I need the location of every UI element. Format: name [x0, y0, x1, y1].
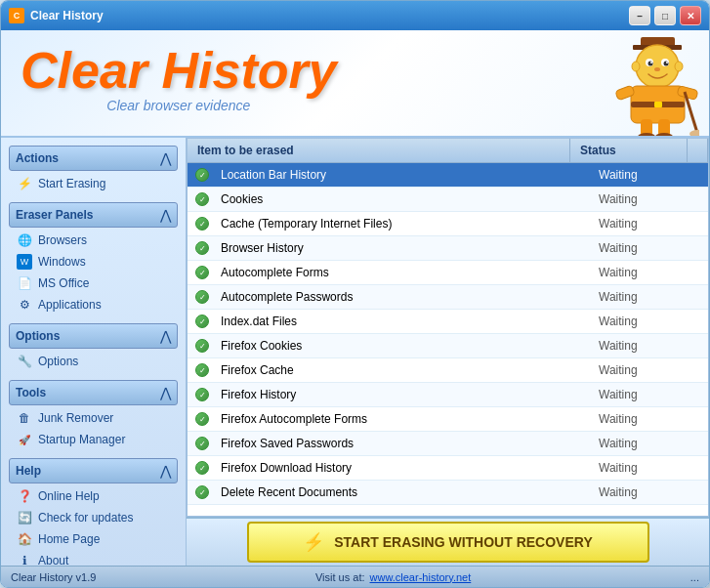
table-body: ✓ Location Bar History Waiting ✓ Cookies…: [188, 163, 708, 516]
start-erasing-icon: ⚡: [17, 176, 32, 191]
table-row[interactable]: ✓ Location Bar History Waiting: [188, 163, 708, 188]
sidebar-item-start-erasing-label: Start Erasing: [38, 177, 105, 190]
app-icon: C: [9, 8, 24, 23]
sidebar-item-ms-office[interactable]: 📄 MS Office: [9, 273, 178, 294]
check-circle-icon: ✓: [195, 363, 209, 377]
close-button[interactable]: ✕: [680, 6, 701, 25]
sidebar-section-actions-title: Actions: [16, 151, 59, 165]
row-checkbox[interactable]: ✓: [191, 286, 213, 308]
check-circle-icon: ✓: [195, 339, 209, 353]
row-item-name: Autocomplete Forms: [213, 263, 591, 282]
check-circle-icon: ✓: [195, 437, 209, 450]
sidebar-item-online-help[interactable]: ❓ Online Help: [9, 485, 178, 507]
row-checkbox[interactable]: ✓: [191, 433, 213, 454]
table-row[interactable]: ✓ Browser History Waiting: [188, 236, 708, 261]
table-row[interactable]: ✓ Autocomplete Forms Waiting: [188, 261, 708, 285]
sidebar-header-options[interactable]: Options ⋀: [9, 323, 178, 349]
row-item-name: Firefox Download History: [213, 458, 591, 478]
svg-point-2: [636, 45, 679, 88]
status-version: Clear History v1.9: [11, 571, 96, 583]
startup-manager-icon: 🚀: [17, 432, 32, 447]
sidebar-item-options[interactable]: 🔧 Options: [9, 351, 178, 372]
row-status: Waiting: [591, 360, 708, 380]
sidebar-header-tools[interactable]: Tools ⋀: [9, 380, 178, 405]
app-subtitle: Clear browser evidence: [21, 98, 337, 113]
row-item-name: Browser History: [213, 238, 591, 258]
mascot-svg: [611, 35, 699, 138]
sidebar-item-startup-manager[interactable]: 🚀 Startup Manager: [9, 429, 178, 450]
row-status: Waiting: [591, 336, 708, 356]
sidebar-item-about-label: About: [38, 554, 68, 566]
sidebar-item-windows[interactable]: W Windows: [9, 251, 178, 273]
row-status: Waiting: [591, 434, 708, 453]
sidebar-item-browsers-label: Browsers: [38, 233, 87, 247]
check-circle-icon: ✓: [195, 412, 209, 426]
table-row[interactable]: ✓ Autocomplete Passwords Waiting: [188, 285, 708, 310]
row-checkbox[interactable]: ✓: [191, 164, 213, 186]
svg-point-6: [664, 62, 669, 66]
svg-point-8: [666, 62, 668, 63]
row-status: Waiting: [591, 214, 708, 233]
row-status: Waiting: [591, 165, 708, 185]
row-status: Waiting: [591, 483, 708, 502]
table-row[interactable]: ✓ Cookies Waiting: [188, 188, 708, 212]
status-center: Visit us at: www.clear-history.net: [315, 571, 471, 583]
table-row[interactable]: ✓ Firefox Download History Waiting: [188, 456, 708, 481]
sidebar-item-applications[interactable]: ⚙ Applications: [9, 294, 178, 315]
row-status: Waiting: [591, 238, 708, 258]
sidebar-section-actions: Actions ⋀ ⚡ Start Erasing: [9, 146, 178, 194]
sidebar-item-check-updates[interactable]: 🔄 Check for updates: [9, 507, 178, 528]
table-row[interactable]: ✓ Firefox Autocomplete Forms Waiting: [188, 407, 708, 432]
sidebar-item-home-page-label: Home Page: [38, 532, 100, 546]
check-updates-icon: 🔄: [17, 510, 32, 525]
check-circle-icon: ✓: [195, 241, 209, 255]
row-status: Waiting: [591, 189, 708, 209]
collapse-icon-options: ⋀: [160, 328, 171, 344]
row-checkbox[interactable]: ✓: [191, 237, 213, 259]
about-icon: ℹ: [17, 553, 32, 566]
sidebar-header-eraser-panels[interactable]: Eraser Panels ⋀: [9, 202, 178, 228]
table-row[interactable]: ✓ Firefox Cookies Waiting: [188, 334, 708, 358]
start-erasing-without-recovery-button[interactable]: ⚡ START ERASING WITHOUT RECOVERY: [247, 522, 649, 563]
sidebar-item-home-page[interactable]: 🏠 Home Page: [9, 528, 178, 550]
browsers-icon: 🌐: [17, 232, 32, 248]
table-row[interactable]: ✓ Delete Recent Documents Waiting: [188, 481, 708, 505]
sidebar-item-startup-manager-label: Startup Manager: [38, 433, 125, 446]
sidebar-item-options-label: Options: [38, 355, 78, 368]
sidebar-item-about[interactable]: ℹ About: [9, 550, 178, 566]
row-checkbox[interactable]: ✓: [191, 213, 213, 234]
options-icon: 🔧: [17, 354, 32, 369]
row-checkbox[interactable]: ✓: [191, 262, 213, 283]
sidebar-item-check-updates-label: Check for updates: [38, 511, 133, 525]
svg-point-9: [654, 67, 660, 71]
row-checkbox[interactable]: ✓: [191, 482, 213, 503]
table-row[interactable]: ✓ Firefox Cache Waiting: [188, 358, 708, 383]
sidebar-item-browsers[interactable]: 🌐 Browsers: [9, 230, 178, 251]
check-circle-icon: ✓: [195, 315, 209, 328]
sidebar-item-junk-remover[interactable]: 🗑 Junk Remover: [9, 407, 178, 429]
check-circle-icon: ✓: [195, 192, 209, 206]
maximize-button[interactable]: □: [654, 6, 676, 25]
sidebar-header-actions[interactable]: Actions ⋀: [9, 146, 178, 171]
table-row[interactable]: ✓ Firefox Saved Passwords Waiting: [188, 432, 708, 456]
table-row[interactable]: ✓ Firefox History Waiting: [188, 383, 708, 407]
row-status: Waiting: [591, 458, 708, 478]
table-row[interactable]: ✓ Index.dat Files Waiting: [188, 310, 708, 334]
svg-point-19: [638, 133, 655, 138]
row-checkbox[interactable]: ✓: [191, 384, 213, 405]
row-checkbox[interactable]: ✓: [191, 359, 213, 381]
row-checkbox[interactable]: ✓: [191, 311, 213, 332]
table-header-spacer: [688, 139, 708, 162]
minimize-button[interactable]: –: [629, 6, 650, 25]
row-item-name: Firefox Cookies: [213, 336, 591, 356]
row-checkbox[interactable]: ✓: [191, 408, 213, 430]
row-checkbox[interactable]: ✓: [191, 457, 213, 479]
website-link[interactable]: www.clear-history.net: [370, 571, 472, 583]
table-row[interactable]: ✓ Cache (Temporary Internet Files) Waiti…: [188, 212, 708, 236]
collapse-icon-eraser-panels: ⋀: [160, 207, 171, 223]
mascot: [611, 35, 699, 133]
row-checkbox[interactable]: ✓: [191, 335, 213, 357]
row-checkbox[interactable]: ✓: [191, 189, 213, 210]
sidebar-item-start-erasing[interactable]: ⚡ Start Erasing: [9, 173, 178, 194]
sidebar-header-help[interactable]: Help ⋀: [9, 458, 178, 483]
